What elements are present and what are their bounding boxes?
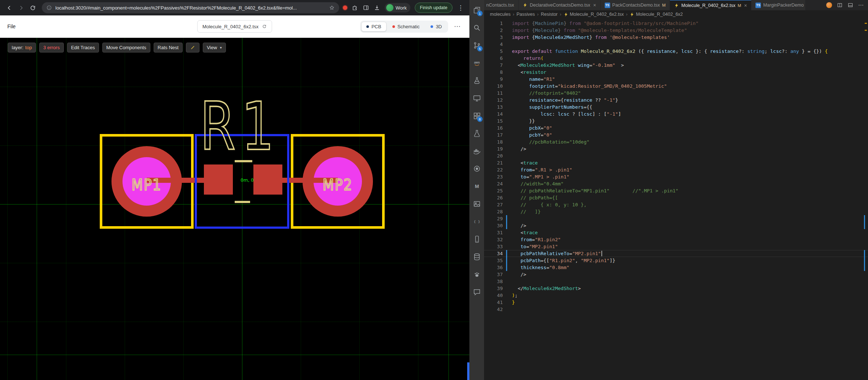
draw-trace-button[interactable]: [186, 43, 199, 53]
code-line[interactable]: 16 pcbX="0": [484, 124, 868, 131]
side-panel-icon[interactable]: [363, 4, 369, 11]
page-scrollbar-thumb[interactable]: [467, 362, 469, 380]
code-line[interactable]: 41}: [484, 299, 868, 306]
profile-chip[interactable]: Work: [385, 3, 410, 12]
errors-button[interactable]: 3 errors: [39, 43, 64, 53]
code-line[interactable]: 33 to="MP2.pin1": [484, 243, 868, 250]
docker-icon[interactable]: [469, 142, 484, 160]
code-line[interactable]: 29: [484, 215, 868, 222]
close-icon[interactable]: ×: [744, 3, 747, 8]
code-line[interactable]: 4: [484, 41, 868, 48]
breadcrumb-item[interactable]: Molecule_R_0402_6x2: [630, 12, 683, 17]
code-line[interactable]: 38: [484, 278, 868, 285]
layer-button[interactable]: layer: top: [8, 43, 36, 53]
refresh-icon[interactable]: [27, 2, 38, 13]
extensions-puzzle-icon[interactable]: [352, 4, 358, 11]
json-icon[interactable]: { }: [469, 213, 484, 230]
code-line[interactable]: 6 return(: [484, 55, 868, 62]
code-line[interactable]: 26 // pcbPath={[: [484, 194, 868, 201]
tab-PackContactsDemo.tsx[interactable]: TSPackContactsDemo.tsxM: [601, 0, 670, 10]
code-line[interactable]: 25 // pcbPathRelativeTo="MP1.pin1" //".M…: [484, 187, 868, 194]
more-actions-icon[interactable]: ⋯: [858, 2, 864, 8]
view-mode-pcb[interactable]: PCB: [361, 22, 387, 32]
code-line[interactable]: 3import {Molecule6x2MedShort} from '@mol…: [484, 34, 868, 41]
code-line[interactable]: 1import {MachinePin} from "@adom-footpri…: [484, 20, 868, 27]
code-line[interactable]: 22 from=".R1 > .pin1": [484, 166, 868, 173]
code-line[interactable]: 36 thickness="0.8mm": [484, 264, 868, 271]
code-line[interactable]: 30 />: [484, 222, 868, 229]
devices-icon[interactable]: [469, 89, 484, 107]
comment-icon[interactable]: [469, 283, 484, 301]
image-icon[interactable]: [469, 195, 484, 213]
back-icon[interactable]: [4, 2, 15, 13]
file-selector[interactable]: Molecule_R_0402_6x2.tsx: [197, 20, 272, 33]
code-line[interactable]: 34 pcbPathRelativeTo="MP2.pin1": [484, 250, 868, 257]
code-line[interactable]: 2import {Molecule} from "@molecule-templ…: [484, 27, 868, 34]
extensions-icon[interactable]: 8: [469, 107, 484, 124]
code-line[interactable]: 40);: [484, 292, 868, 299]
aws-icon[interactable]: aws: [469, 54, 484, 72]
beaker-icon[interactable]: [469, 124, 484, 142]
downloads-icon[interactable]: [374, 4, 380, 11]
tab-Molecule_R_0402_6x2.tsx[interactable]: Molecule_R_0402_6x2.tsxM×: [670, 0, 751, 10]
code-line[interactable]: 14 lcsc: lcsc ? [lcsc] : ["-1"]: [484, 111, 868, 117]
header-more-icon[interactable]: ⋯: [453, 22, 462, 30]
target-icon[interactable]: [469, 160, 484, 177]
bookmark-star-icon[interactable]: [329, 5, 335, 11]
tab-MarginPackerDemo[interactable]: TSMarginPackerDemo: [751, 0, 806, 10]
code-line[interactable]: 24 //width="0.4mm": [484, 180, 868, 187]
flask-icon[interactable]: [469, 72, 484, 89]
edit-traces-button[interactable]: Edit Traces: [67, 43, 99, 53]
site-info-icon[interactable]: [46, 5, 52, 11]
code-line[interactable]: 19 />: [484, 145, 868, 152]
code-line[interactable]: 11 //footprint="0402": [484, 90, 868, 97]
source-control-icon[interactable]: 5: [469, 36, 484, 54]
view-mode-schematic[interactable]: Schematic: [387, 22, 425, 32]
database-icon[interactable]: [469, 248, 484, 265]
code-line[interactable]: 31 <trace: [484, 229, 868, 236]
code-line[interactable]: 17 pcbY="0": [484, 131, 868, 138]
code-line[interactable]: 10 footprint="kicad:Resistor_SMD/R_0402_…: [484, 83, 868, 90]
breadcrumb-item[interactable]: Molecule_R_0402_6x2.tsx: [564, 12, 624, 17]
file-menu[interactable]: File: [7, 23, 16, 29]
rats-nest-button[interactable]: Rats Nest: [154, 43, 183, 53]
code-line[interactable]: 5export default function Molecule_R_0402…: [484, 48, 868, 55]
code-line[interactable]: 12 resistance={resistance ?? "-1"}: [484, 97, 868, 104]
record-icon[interactable]: [343, 6, 347, 10]
close-icon[interactable]: ×: [593, 2, 596, 8]
code-editor[interactable]: 1import {MachinePin} from "@adom-footpri…: [484, 18, 868, 380]
browser-menu-icon[interactable]: ⋮: [457, 4, 464, 12]
mobile-icon[interactable]: [469, 230, 484, 248]
overview-ruler[interactable]: [864, 18, 868, 380]
code-line[interactable]: 28 // ]}: [484, 208, 868, 215]
code-line[interactable]: 20: [484, 152, 868, 159]
code-line[interactable]: 39 </Molecule6x2MedShort>: [484, 285, 868, 292]
breadcrumb-item[interactable]: Resistor: [541, 12, 558, 17]
tab-DeclarativeContactsDemo.tsx[interactable]: DeclarativeContactsDemo.tsx×: [519, 0, 601, 10]
split-editor-icon[interactable]: [837, 2, 843, 8]
code-line[interactable]: 15 }}: [484, 117, 868, 124]
breadcrumb-item[interactable]: Passives: [516, 12, 535, 17]
letter-m-icon[interactable]: M: [469, 177, 484, 195]
view-mode-3d[interactable]: 3D: [425, 22, 447, 32]
code-line[interactable]: 35 pcbPath={["R1.pin2", "MP2.pin1"]}: [484, 257, 868, 264]
finish-update-button[interactable]: Finish update: [415, 3, 453, 13]
account-avatar-icon[interactable]: [826, 2, 832, 8]
search-icon[interactable]: [469, 19, 484, 36]
forward-icon[interactable]: [15, 2, 26, 13]
paw-icon[interactable]: [469, 265, 484, 283]
code-line[interactable]: 8 <resistor: [484, 69, 868, 76]
files-icon[interactable]: 1: [469, 1, 484, 19]
code-line[interactable]: 13 supplierPartNumbers={{: [484, 104, 868, 111]
pcb-canvas[interactable]: layer: top 3 errors Edit Traces Move Com…: [0, 38, 469, 380]
code-line[interactable]: 18 //pcbRotation="10deg": [484, 138, 868, 145]
editor-layout-icon[interactable]: [847, 2, 853, 8]
code-line[interactable]: 42: [484, 306, 868, 313]
breadcrumb-item[interactable]: molecules: [490, 12, 510, 17]
move-components-button[interactable]: Move Components: [102, 43, 150, 53]
code-line[interactable]: 27 // { x: 0, y: 10 },: [484, 201, 868, 208]
address-bar[interactable]: localhost:3020/#main_component=molecules…: [42, 2, 339, 13]
tab-nContacts.tsx[interactable]: nContacts.tsx: [484, 0, 519, 10]
code-line[interactable]: 32 from="R1.pin2": [484, 236, 868, 243]
code-line[interactable]: 9 name="R1": [484, 76, 868, 83]
